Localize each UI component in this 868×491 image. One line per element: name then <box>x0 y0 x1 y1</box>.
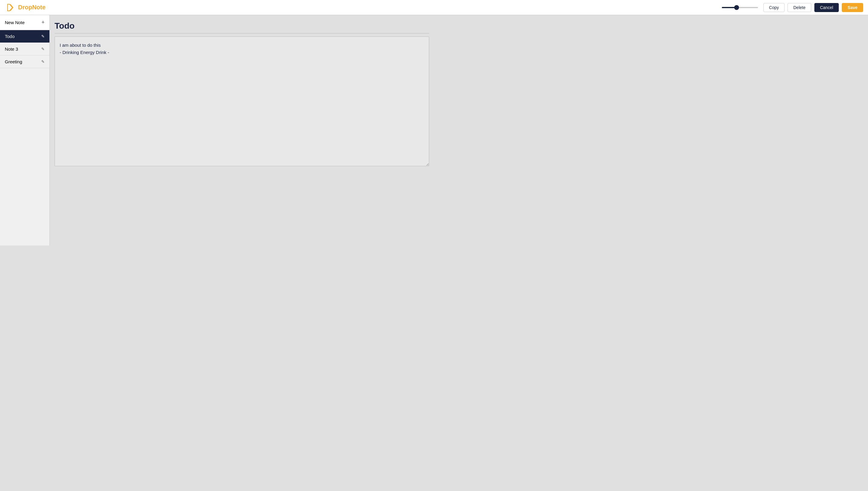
logo-accent: Drop <box>18 4 32 10</box>
app-logo: DropNote <box>5 2 45 13</box>
logo-text: DropNote <box>18 4 45 11</box>
dropnote-logo-icon <box>5 2 16 13</box>
sidebar-item-greeting-label: Greeting <box>5 59 22 64</box>
sidebar-item-greeting[interactable]: Greeting ✎ <box>0 56 50 68</box>
sidebar-item-note3[interactable]: Note 3 ✎ <box>0 43 50 56</box>
edit-icon-todo: ✎ <box>41 34 44 38</box>
plus-icon: + <box>41 19 44 26</box>
app-header: DropNote Copy Delete Cancel Save <box>0 0 434 15</box>
new-note-label: New Note <box>5 20 25 25</box>
edit-icon-greeting: ✎ <box>41 59 44 64</box>
sidebar-item-todo-label: Todo <box>5 34 15 39</box>
app-container: New Note + Todo ✎ Note 3 ✎ Greeting ✎ To… <box>0 15 434 246</box>
sidebar: New Note + Todo ✎ Note 3 ✎ Greeting ✎ <box>0 15 50 246</box>
main-content: Todo I am about to do this - Drinking En… <box>50 15 434 246</box>
new-note-button[interactable]: New Note + <box>0 15 50 30</box>
note-content-textarea[interactable]: I am about to do this - Drinking Energy … <box>55 36 429 166</box>
sidebar-item-todo[interactable]: Todo ✎ <box>0 30 50 43</box>
edit-icon-note3: ✎ <box>41 47 44 51</box>
note-title: Todo <box>55 21 429 33</box>
sidebar-item-note3-label: Note 3 <box>5 47 18 52</box>
